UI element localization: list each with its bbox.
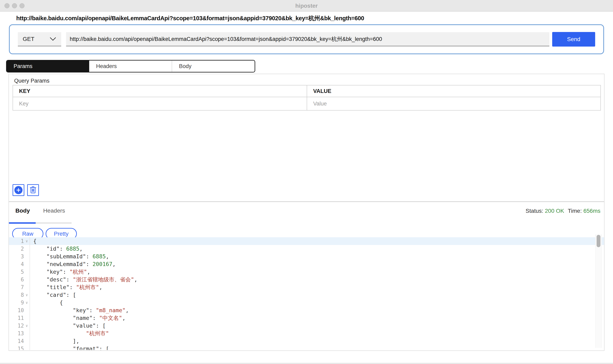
- url-input[interactable]: [66, 32, 549, 46]
- key-column-header: KEY: [19, 88, 30, 94]
- plus-icon: [14, 186, 23, 194]
- code-line-text: "format": [: [30, 345, 109, 350]
- line-number: 2: [9, 245, 24, 253]
- query-params-panel: Query Params KEY VALUE: [9, 74, 604, 202]
- code-line-text: "newLemmaId": 200167,: [30, 260, 115, 268]
- line-number: 7: [9, 284, 24, 291]
- value-column-header: VALUE: [313, 88, 332, 94]
- titlebar: hiposter: [0, 0, 613, 12]
- status-line: Status:200 OKTime:656ms: [526, 208, 600, 214]
- param-row-buttons: [13, 184, 39, 196]
- fold-spacer: [24, 337, 30, 345]
- active-tab-underline: [9, 222, 36, 224]
- line-gutter: 14: [9, 337, 30, 345]
- code-line-text: "card": [: [30, 291, 76, 299]
- value-input-cell: [307, 97, 600, 110]
- line-number: 11: [9, 314, 24, 322]
- code-line: 15 "format": [: [9, 345, 604, 350]
- window-title: hiposter: [0, 3, 613, 9]
- tab-body[interactable]: Body: [172, 61, 255, 72]
- hiposter-window: hiposter http://baike.baidu.com/api/open…: [0, 0, 613, 364]
- table-header-row: KEY VALUE: [13, 85, 600, 97]
- code-line: 13 "杭州市": [9, 330, 604, 337]
- code-line-text: "desc": "浙江省辖地级市、省会",: [30, 276, 138, 284]
- method-select-value: GET: [23, 36, 34, 42]
- code-line-text: "subLemmaId": 6885,: [30, 253, 109, 260]
- code-line: 14 ],: [9, 337, 604, 345]
- response-code[interactable]: 1∨{2 "id": 6885,3 "subLemmaId": 6885,4 "…: [9, 234, 604, 350]
- param-key-input[interactable]: [13, 97, 307, 110]
- code-line: 8∨ "card": [: [9, 291, 604, 299]
- code-line: 1∨{: [9, 237, 604, 245]
- line-number: 12: [9, 322, 24, 330]
- line-number: 8: [9, 291, 24, 299]
- code-line: 5 "key": "杭州",: [9, 268, 604, 276]
- line-gutter: 7: [9, 284, 30, 291]
- fold-arrow-icon[interactable]: ∨: [24, 299, 30, 307]
- request-url-heading: http://baike.baidu.com/api/openapi/Baike…: [16, 14, 364, 23]
- response-tab-headers[interactable]: Headers: [43, 207, 65, 214]
- code-line: 4 "newLemmaId": 200167,: [9, 260, 604, 268]
- line-gutter: 1∨: [9, 237, 30, 245]
- fold-spacer: [24, 276, 30, 284]
- code-line-text: "value": [: [30, 322, 106, 330]
- key-header-cell: KEY: [13, 85, 307, 97]
- line-number: 15: [9, 345, 24, 350]
- fold-spacer: [24, 307, 30, 314]
- line-number: 1: [9, 237, 24, 245]
- key-input-cell: [13, 97, 307, 110]
- chevron-down-icon: [49, 37, 56, 41]
- code-line: 3 "subLemmaId": 6885,: [9, 253, 604, 260]
- fold-spacer: [24, 245, 30, 253]
- code-line-text: "name": "中文名",: [30, 314, 125, 322]
- fold-spacer: [24, 314, 30, 322]
- line-number: 9: [9, 299, 24, 307]
- time-label: Time:: [568, 208, 582, 214]
- line-gutter: 13: [9, 330, 30, 337]
- line-gutter: 15: [9, 345, 30, 350]
- line-gutter: 5: [9, 268, 30, 276]
- param-value-input[interactable]: [307, 97, 600, 110]
- line-number: 3: [9, 253, 24, 260]
- add-param-button[interactable]: [13, 184, 24, 196]
- tab-headers[interactable]: Headers: [89, 61, 172, 72]
- code-line-text: "title": "杭州市",: [30, 284, 102, 291]
- code-line-text: ],: [30, 337, 80, 345]
- line-gutter: 8∨: [9, 291, 30, 299]
- code-line: 6 "desc": "浙江省辖地级市、省会",: [9, 276, 604, 284]
- fold-arrow-icon[interactable]: ∨: [24, 237, 30, 245]
- line-gutter: 11: [9, 314, 30, 322]
- code-line-text: "杭州市": [30, 330, 109, 337]
- line-gutter: 4: [9, 260, 30, 268]
- fold-spacer: [24, 330, 30, 337]
- trash-icon: [30, 186, 37, 194]
- request-bar: GET Send: [9, 24, 604, 54]
- code-line-text: "key": "m8_name",: [30, 307, 129, 314]
- fold-spacer: [24, 345, 30, 350]
- request-tabs: Params Headers Body: [6, 60, 255, 72]
- code-line: 10 "key": "m8_name",: [9, 307, 604, 314]
- fold-spacer: [24, 260, 30, 268]
- method-select[interactable]: GET: [18, 32, 61, 46]
- tab-params[interactable]: Params: [7, 61, 89, 72]
- scrollbar-thumb[interactable]: [597, 235, 600, 247]
- line-number: 14: [9, 337, 24, 345]
- fold-spacer: [24, 253, 30, 260]
- fold-spacer: [24, 268, 30, 276]
- value-header-cell: VALUE: [307, 85, 600, 97]
- code-line-text: "id": 6885,: [30, 245, 83, 253]
- response-scrollbar[interactable]: [595, 234, 602, 348]
- fold-arrow-icon[interactable]: ∨: [24, 291, 30, 299]
- line-gutter: 9∨: [9, 299, 30, 307]
- send-button[interactable]: Send: [552, 32, 595, 47]
- line-gutter: 3: [9, 253, 30, 260]
- code-line: 12∨ "value": [: [9, 322, 604, 330]
- code-line-text: {: [30, 299, 63, 307]
- status-value: 200 OK: [545, 208, 564, 214]
- delete-param-button[interactable]: [27, 184, 39, 196]
- line-gutter: 6: [9, 276, 30, 284]
- code-line: 7 "title": "杭州市",: [9, 284, 604, 291]
- code-line: 11 "name": "中文名",: [9, 314, 604, 322]
- response-tab-body[interactable]: Body: [15, 207, 30, 214]
- fold-arrow-icon[interactable]: ∨: [24, 322, 30, 330]
